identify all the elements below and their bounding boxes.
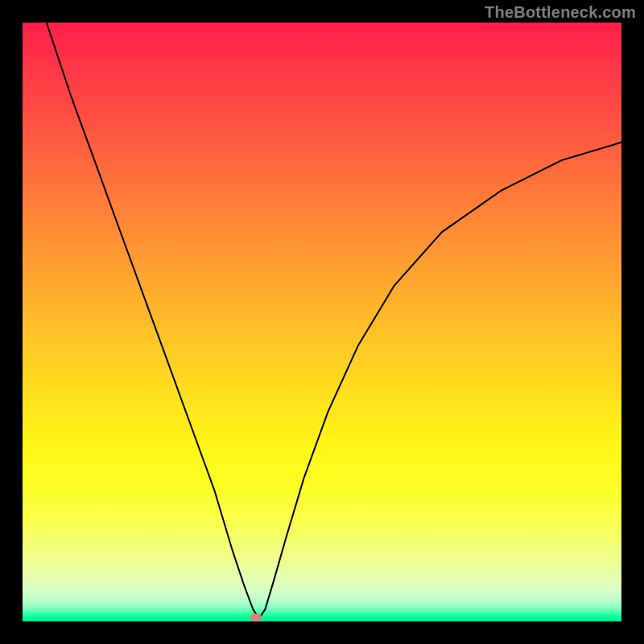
curve-path <box>47 23 621 618</box>
bottleneck-curve <box>23 23 621 621</box>
watermark-text: TheBottleneck.com <box>485 3 636 22</box>
optimal-marker <box>250 613 262 621</box>
chart-frame: TheBottleneck.com <box>0 0 644 644</box>
plot-area <box>23 23 621 621</box>
